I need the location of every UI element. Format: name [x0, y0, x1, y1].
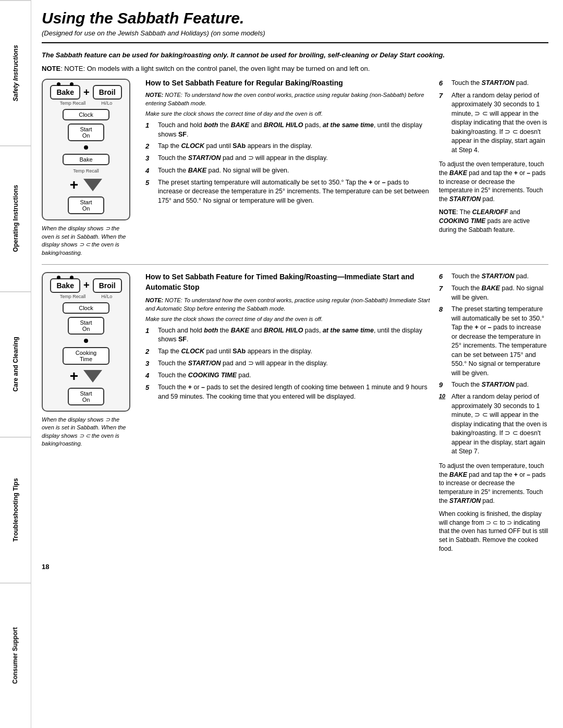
step-num-6: 6	[439, 79, 448, 88]
plus-icon: +	[83, 87, 90, 98]
section2-right: 6 Touch the START/ON pad. 7 Touch the BA…	[439, 272, 548, 558]
on-label2: On	[82, 205, 90, 212]
bake-label2: Bake	[56, 281, 74, 290]
section2: Bake + Broil Temp Recall Hi/Lo Clock	[42, 272, 548, 558]
section1-heading: How to Set Sabbath Feature for Regular B…	[145, 79, 432, 87]
panel-caption-1: When the display shows ⊃ the oven is set…	[42, 225, 130, 257]
bake-button-diagram: Bake	[50, 85, 80, 100]
step-num-5: 5	[145, 178, 155, 188]
section1-steps: 1 Touch and hold both the BAKE and BROIL…	[145, 121, 432, 205]
note-text: NOTE: NOTE: On models with a light switc…	[42, 64, 548, 73]
s2-step-text-6: Touch the START/ON pad.	[451, 272, 548, 281]
panel-caption-2: When the display shows ⊃ the oven is set…	[42, 416, 130, 448]
section1-right: 6 Touch the START/ON pad. 7 After a rand…	[439, 79, 548, 257]
section2-heading: How to Set Sabbath Feature for Timed Bak…	[145, 272, 432, 292]
s2-step-num-6: 6	[439, 272, 448, 281]
s2-step-num-2: 2	[145, 347, 155, 356]
temp-recall-label3: Temp Recall	[60, 294, 86, 299]
clock-button-diagram: Clock	[63, 109, 109, 120]
step-text-5: The preset starting temperature will aut…	[158, 178, 432, 206]
panel-top-row: Bake + Broil	[50, 85, 122, 100]
dot-left2	[57, 276, 60, 279]
s2-step-text-7: Touch the BAKE pad. No signal will be gi…	[451, 284, 548, 302]
bake2-label: Bake	[79, 156, 92, 163]
section2-note: NOTE: NOTE: To understand how the oven c…	[145, 297, 432, 313]
start-label4: Start	[80, 390, 92, 397]
s2-step-10: 10 After a random delay period of approx…	[439, 392, 548, 456]
time-label: Time	[80, 356, 92, 362]
main-content: Using the Sabbath Feature. (Designed for…	[32, 0, 563, 583]
control-panel-1: Bake + Broil Temp Recall Hi/Lo Clock	[42, 79, 130, 220]
s2-step-1: 1 Touch and hold both the BAKE and BROIL…	[145, 326, 432, 344]
step-2: 2 Tap the CLOCK pad until SAb appears in…	[145, 142, 432, 151]
step-num-3: 3	[145, 154, 155, 163]
s2-step-text-8: The preset starting temperature will aut…	[451, 305, 548, 378]
section1-mid: How to Set Sabbath Feature for Regular B…	[145, 79, 432, 257]
dot-right	[70, 82, 74, 86]
cooking-time-button-diagram: Cooking Time	[63, 347, 109, 365]
step-text-4: Touch the BAKE pad. No signal will be gi…	[158, 166, 432, 176]
s2-step-num-3: 3	[145, 359, 155, 368]
panel2-sublabels: Temp Recall Hi/Lo	[60, 294, 113, 299]
page-title: Using the Sabbath Feature.	[42, 9, 548, 27]
s2-step-text-2: Tap the CLOCK pad until SAb appears in t…	[158, 347, 432, 356]
step-1: 1 Touch and hold both the BAKE and BROIL…	[145, 121, 432, 139]
finish-text: When cooking is finished, the display wi…	[439, 510, 548, 553]
step-num-1: 1	[145, 121, 155, 130]
s2-step-num-5: 5	[145, 383, 155, 392]
s2-step-text-1: Touch and hold both the BAKE and BROIL H…	[158, 326, 432, 344]
s2-step-num-8: 8	[439, 305, 448, 314]
s2-step-text-10: After a random delay period of approxima…	[451, 392, 548, 456]
control-panel-2: Bake + Broil Temp Recall Hi/Lo Clock	[42, 272, 130, 412]
s2-step-7: 7 Touch the BAKE pad. No signal will be …	[439, 284, 548, 302]
bake-button-diagram2: Bake	[50, 278, 80, 293]
section2-right-steps: 6 Touch the START/ON pad. 7 Touch the BA…	[439, 272, 548, 456]
broil-button-diagram: Broil	[93, 85, 122, 100]
s2-step-3: 3 Touch the START/ON pad and ⊃ will appe…	[145, 359, 432, 368]
cooking-label: Cooking	[76, 350, 96, 356]
adjust-text-1: To adjust the oven temperature, touch th…	[439, 160, 548, 204]
s2-step-text-4: Touch the COOKING TIME pad.	[158, 371, 432, 380]
section2-make-sure: Make sure the clock shows the correct ti…	[145, 316, 432, 322]
page-number: 18	[42, 563, 548, 574]
panel2-top-row: Bake + Broil	[50, 278, 122, 293]
step-text-3: Touch the START/ON pad and ⊃ will appear…	[158, 154, 432, 163]
adjust-text-2: To adjust the oven temperature, touch th…	[439, 462, 548, 505]
s2-step-num-1: 1	[145, 326, 155, 336]
hi-lo-label2: Hi/Lo	[101, 294, 112, 299]
s2-step-6: 6 Touch the START/ON pad.	[439, 272, 548, 281]
s2-step-text-9: Touch the START/ON pad.	[451, 380, 548, 390]
step-4: 4 Touch the BAKE pad. No signal will be …	[145, 166, 432, 176]
step-num-4: 4	[145, 166, 155, 176]
sidebar-section-troubleshooting: Troubleshooting Tips	[0, 437, 31, 582]
section-divider	[42, 264, 548, 265]
on-label3: On	[82, 326, 90, 332]
plus-icon2: +	[83, 279, 90, 291]
section2-panel: Bake + Broil Temp Recall Hi/Lo Clock	[42, 272, 138, 558]
step-text-7: After a random delay period of approxima…	[451, 91, 548, 155]
temp-recall-label2: Temp Recall	[73, 168, 99, 174]
section2-steps: 1 Touch and hold both the BAKE and BROIL…	[145, 326, 432, 402]
minus-triangle2	[83, 370, 102, 382]
clock-button-diagram2: Clock	[63, 302, 109, 314]
start-on-button-4: Start On	[68, 388, 104, 405]
s2-step-text-3: Touch the START/ON pad and ⊃ will appear…	[158, 359, 432, 368]
step-text-6: Touch the START/ON pad.	[451, 79, 548, 88]
start-on-button-3: Start On	[68, 317, 104, 335]
panel-dot2	[84, 339, 88, 343]
bake2-button-diagram: Bake	[63, 154, 109, 165]
s2-step-8: 8 The preset starting temperature will a…	[439, 305, 548, 378]
start-on-button-2: Start On	[68, 196, 104, 214]
section2-note-content: NOTE: To understand how the oven control…	[145, 297, 430, 311]
hi-lo-label: Hi/Lo	[101, 101, 112, 106]
plus-minus-row: +	[70, 178, 102, 192]
dot-left	[57, 82, 60, 86]
section2-mid: How to Set Sabbath Feature for Timed Bak…	[145, 272, 432, 558]
broil-button-diagram2: Broil	[93, 278, 122, 293]
start-on-button-1: Start On	[68, 124, 104, 141]
step-text-1: Touch and hold both the BAKE and BROIL H…	[158, 121, 432, 139]
section1: Bake + Broil Temp Recall Hi/Lo Clock	[42, 79, 548, 257]
plus-minus-row2: +	[70, 369, 102, 384]
s2-step-4: 4 Touch the COOKING TIME pad.	[145, 371, 432, 380]
start-label: Start	[80, 126, 92, 132]
